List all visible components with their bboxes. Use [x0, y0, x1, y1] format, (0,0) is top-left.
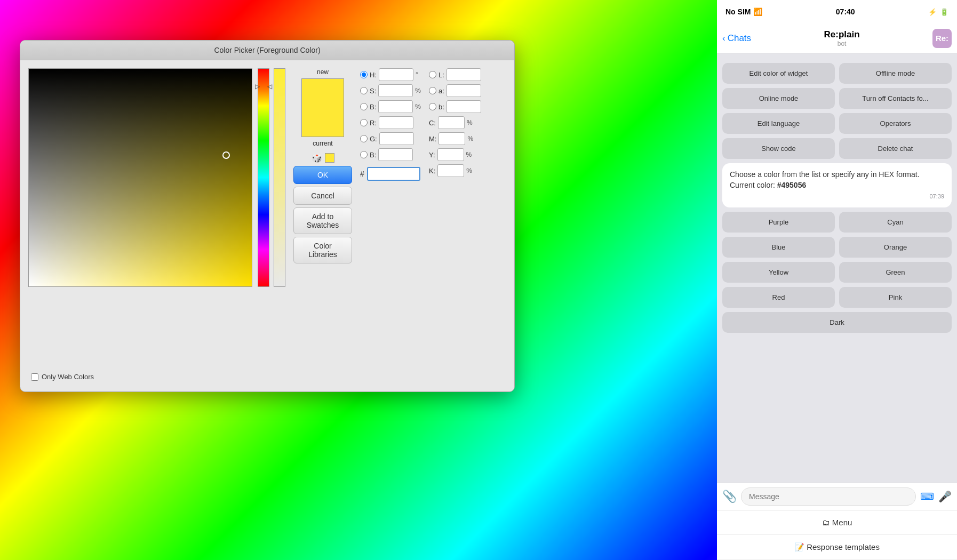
color-gradient-area[interactable]: [28, 68, 252, 287]
keyboard-button[interactable]: ⌨: [920, 491, 934, 502]
edit-color-button[interactable]: Edit color of widget: [722, 63, 835, 84]
g-input[interactable]: 232: [379, 132, 414, 145]
back-label: Chats: [728, 33, 751, 44]
gradient-canvas[interactable]: [28, 68, 252, 287]
l-radio[interactable]: [429, 71, 436, 78]
red-button[interactable]: Red: [722, 287, 835, 308]
h-label: H:: [370, 71, 377, 79]
s-input[interactable]: 80: [378, 84, 413, 97]
online-mode-button[interactable]: Online mode: [722, 88, 835, 109]
m-label: M:: [429, 135, 436, 143]
r-radio[interactable]: [360, 119, 368, 126]
b-rgb-radio[interactable]: [360, 151, 368, 158]
k-unit: %: [466, 167, 472, 174]
b-rgb-input[interactable]: 52: [378, 148, 413, 161]
alpha-slider[interactable]: [274, 68, 285, 287]
pink-button[interactable]: Pink: [839, 287, 952, 308]
web-colors-checkbox[interactable]: [31, 373, 38, 381]
yellow-button[interactable]: Yellow: [722, 262, 835, 283]
b-hsb-label: B:: [370, 103, 376, 111]
hex-input[interactable]: fee834: [367, 167, 420, 181]
new-label: new: [317, 68, 329, 76]
mic-button[interactable]: 🎤: [938, 490, 952, 503]
delete-chat-button[interactable]: Delete chat: [839, 138, 952, 159]
b-lab-input[interactable]: 90: [446, 100, 481, 113]
menu-buttons: Edit color of widget Offline mode Online…: [722, 63, 952, 159]
nav-bar: ‹ Chats Re:plain bot Re:: [717, 23, 957, 53]
hue-slider-container[interactable]: [258, 68, 269, 287]
nav-avatar[interactable]: Re:: [932, 29, 952, 48]
hue-slider[interactable]: [258, 68, 269, 287]
h-radio[interactable]: [360, 71, 368, 78]
l-label: L:: [438, 71, 444, 79]
k-label: K:: [429, 167, 435, 175]
m-input[interactable]: 2: [438, 132, 465, 145]
menu-bottom-button[interactable]: 🗂 Menu: [717, 510, 957, 535]
current-label: current: [313, 140, 332, 147]
h-input[interactable]: 53: [379, 68, 413, 81]
a-input[interactable]: -6: [446, 84, 481, 97]
web-colors-label[interactable]: Only Web Colors: [42, 373, 94, 381]
small-swatch: [325, 153, 334, 163]
purple-button[interactable]: Purple: [722, 212, 835, 233]
r-label: R:: [370, 119, 377, 127]
color-icons: 🎲: [312, 153, 334, 163]
g-radio[interactable]: [360, 135, 368, 142]
edit-language-button[interactable]: Edit language: [722, 113, 835, 134]
color-preview: [301, 78, 344, 137]
right-panel: H: 53 ° S: 80 % B: 99: [360, 68, 506, 380]
nav-title: Re:plain: [824, 29, 860, 40]
color-buttons: Purple Cyan Blue Orange Yellow Green Red…: [722, 212, 952, 333]
input-bar: 📎 ⌨ 🎤: [717, 483, 957, 510]
response-templates-button[interactable]: 📝 Response templates: [717, 535, 957, 560]
a-radio[interactable]: [429, 87, 436, 94]
nav-center: Re:plain bot: [824, 29, 860, 47]
hex-area: # fee834: [360, 167, 421, 181]
bluetooth-icon: ⚡: [928, 8, 937, 16]
cyan-button[interactable]: Cyan: [839, 212, 952, 233]
offline-mode-button[interactable]: Offline mode: [839, 63, 952, 84]
dialog-title: Color Picker (Foreground Color): [20, 41, 514, 60]
dialog-title-text: Color Picker (Foreground Color): [214, 46, 320, 54]
c-input[interactable]: 3: [438, 116, 465, 129]
k-input[interactable]: 0: [437, 164, 464, 177]
m-unit: %: [467, 135, 473, 142]
color-libraries-button[interactable]: Color Libraries: [293, 237, 352, 263]
status-time: 07:40: [836, 7, 855, 16]
y-label: Y:: [429, 151, 435, 159]
a-label: a:: [438, 87, 444, 95]
wifi-icon: 📶: [753, 7, 762, 16]
add-swatches-button[interactable]: Add to Swatches: [293, 207, 352, 234]
back-button[interactable]: ‹ Chats: [722, 33, 751, 44]
operators-button[interactable]: Operators: [839, 113, 952, 134]
orange-button[interactable]: Orange: [839, 237, 952, 258]
show-code-button[interactable]: Show code: [722, 138, 835, 159]
hex-highlight: #495056: [777, 181, 807, 189]
turn-off-contacts-button[interactable]: Turn off Contacts fo...: [839, 88, 952, 109]
attach-button[interactable]: 📎: [722, 490, 737, 503]
g-label: G:: [370, 135, 377, 143]
new-color-swatch: [302, 79, 344, 119]
y-input[interactable]: 98: [437, 148, 464, 161]
left-section: [28, 68, 285, 380]
message-input[interactable]: [741, 487, 916, 506]
s-radio[interactable]: [360, 87, 368, 94]
info-bubble: Choose a color from the list or specify …: [722, 163, 952, 207]
iphone-panel: No SIM 📶 07:40 ⚡ 🔋 ‹ Chats Re:plain bot …: [717, 0, 957, 560]
cancel-button[interactable]: Cancel: [293, 187, 352, 205]
gradient-cursor: [222, 151, 230, 159]
blue-button[interactable]: Blue: [722, 237, 835, 258]
ok-button[interactable]: OK: [293, 166, 352, 184]
green-button[interactable]: Green: [839, 262, 952, 283]
r-input[interactable]: 254: [379, 116, 413, 129]
l-input[interactable]: 92: [446, 68, 481, 81]
s-label: S:: [370, 87, 376, 95]
hex-hash: #: [360, 170, 364, 178]
web-colors-area: Only Web Colors: [31, 373, 94, 381]
b-hsb-input[interactable]: 99: [378, 100, 413, 113]
b-lab-radio[interactable]: [429, 103, 436, 110]
dark-button[interactable]: Dark: [722, 312, 952, 333]
chat-area[interactable]: Edit color of widget Offline mode Online…: [717, 53, 957, 483]
b-radio[interactable]: [360, 103, 368, 110]
alpha-slider-container[interactable]: [274, 68, 285, 287]
